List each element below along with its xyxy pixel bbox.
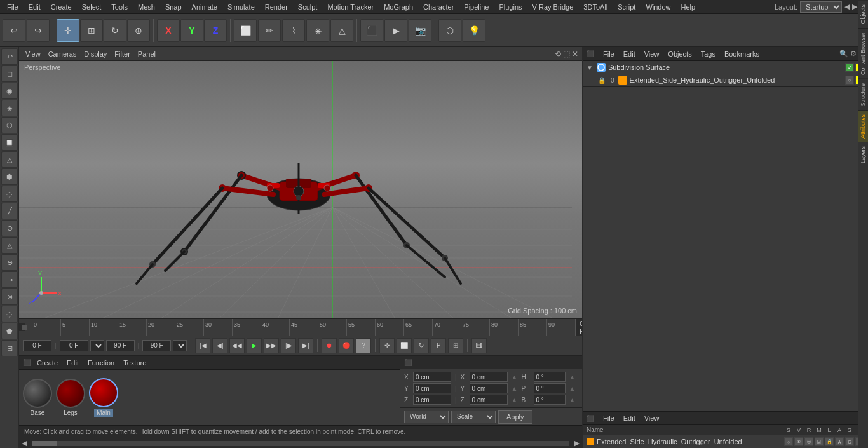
sidebar-btn-16[interactable]: ◌ xyxy=(1,306,18,322)
rotate-tool-button[interactable]: ↻ xyxy=(104,19,126,42)
menu-pipeline[interactable]: Pipeline xyxy=(459,2,493,12)
undo-button[interactable]: ↩ xyxy=(3,19,25,42)
spline-button[interactable]: ⌇ xyxy=(282,19,305,42)
viewport-panel-menu[interactable]: Panel xyxy=(135,49,158,59)
menu-simulate[interactable]: Simulate xyxy=(223,2,259,12)
rotate-tool-t-button[interactable]: ↻ xyxy=(414,338,429,353)
record-button[interactable]: ⏺ xyxy=(322,338,337,353)
sidebar-btn-18[interactable]: ⊞ xyxy=(1,340,18,356)
help-button[interactable]: ? xyxy=(356,338,371,353)
timeline-scrollbar[interactable] xyxy=(32,441,569,446)
axis-y-button[interactable]: Y xyxy=(180,19,203,42)
sidebar-btn-14[interactable]: ⊸ xyxy=(1,271,18,288)
menu-select[interactable]: Select xyxy=(78,2,106,12)
sidebar-btn-7[interactable]: △ xyxy=(1,151,18,168)
sidebar-btn-4[interactable]: ◈ xyxy=(1,100,18,116)
go-to-end-button[interactable]: ▶| xyxy=(298,338,313,353)
menu-create[interactable]: Create xyxy=(46,2,76,12)
axis-x-button[interactable]: X xyxy=(157,19,180,42)
material-base[interactable]: Base xyxy=(23,379,52,416)
menu-render[interactable]: Render xyxy=(261,2,292,12)
menu-tools[interactable]: Tools xyxy=(107,2,132,12)
scale-tool-t-button[interactable]: ⬜ xyxy=(397,338,412,353)
material-legs[interactable]: Legs xyxy=(56,379,85,416)
viewport-filter-menu[interactable]: Filter xyxy=(112,49,132,59)
material-texture-menu[interactable]: Texture xyxy=(121,358,149,368)
viewport-close-icon[interactable]: ✕ xyxy=(572,50,578,58)
sidebar-btn-5[interactable]: ⬡ xyxy=(1,117,18,133)
menu-script[interactable]: Script xyxy=(613,2,640,12)
sidebar-btn-9[interactable]: ◌ xyxy=(1,186,18,202)
material-function-menu[interactable]: Function xyxy=(85,358,117,368)
scroll-right-btn[interactable]: ▶ xyxy=(572,439,582,447)
cube-button[interactable]: ⬜ xyxy=(234,19,257,42)
layer-row-1[interactable]: Extended_Side_Hydraulic_Outrigger_Unfold… xyxy=(583,435,868,448)
obj-file-menu[interactable]: File xyxy=(600,49,617,59)
sidebar-btn-13[interactable]: ⊕ xyxy=(1,254,18,271)
obj-objects-menu[interactable]: Objects xyxy=(665,49,694,59)
timeline-scroll[interactable]: ◀ ▶ xyxy=(19,438,582,448)
menu-window[interactable]: Window xyxy=(641,2,675,12)
viewport-maximize-icon[interactable]: ⬚ xyxy=(563,50,570,58)
layer-anim-btn[interactable]: A xyxy=(835,437,844,446)
obj-expand-arrow[interactable]: ▼ xyxy=(587,64,593,71)
menu-mograph[interactable]: MoGraph xyxy=(379,2,417,12)
viewport-display-menu[interactable]: Display xyxy=(81,49,109,59)
material-edit-menu[interactable]: Edit xyxy=(64,358,81,368)
menu-plugins[interactable]: Plugins xyxy=(494,2,526,12)
viewport-cameras-menu[interactable]: Cameras xyxy=(46,49,79,59)
menu-edit[interactable]: Edit xyxy=(24,2,45,12)
subdiv-checkmark-btn[interactable]: ✓ xyxy=(845,63,854,72)
layer-gen-btn[interactable]: G xyxy=(845,437,854,446)
obj-bookmarks-menu[interactable]: Bookmarks xyxy=(722,49,762,59)
frame-up-down[interactable] xyxy=(90,340,104,351)
menu-file[interactable]: File xyxy=(3,2,23,12)
scroll-left-btn[interactable]: ◀ xyxy=(19,439,29,447)
x2-input[interactable] xyxy=(470,372,508,382)
menu-animate[interactable]: Animate xyxy=(187,2,222,12)
sidebar-btn-17[interactable]: ⬟ xyxy=(1,323,18,339)
b-input[interactable] xyxy=(534,395,566,405)
deform-button[interactable]: ◈ xyxy=(306,19,329,42)
obj-settings-icon[interactable]: ⚙ xyxy=(850,50,857,58)
auto-key-button[interactable]: 🔴 xyxy=(339,338,354,353)
prev-frame-button[interactable]: ◀| xyxy=(212,338,227,353)
sidebar-btn-12[interactable]: ◬ xyxy=(1,237,18,254)
sidebar-btn-2[interactable]: ◻ xyxy=(1,65,18,82)
layer-lock-btn[interactable]: 🔒 xyxy=(825,437,834,446)
render-region-button[interactable]: ⬛ xyxy=(360,19,383,42)
viewport-3d[interactable]: Perspective Grid Spacing : 100 cm X Y Z xyxy=(19,61,582,318)
axis-z-button[interactable]: Z xyxy=(204,19,227,42)
material-main[interactable]: Main xyxy=(89,378,118,417)
frame-end-up-down[interactable] xyxy=(173,340,187,351)
move-tool-button[interactable]: ✛ xyxy=(57,19,79,42)
obj-search-icon[interactable]: 🔍 xyxy=(839,50,848,58)
terrain-button[interactable]: △ xyxy=(330,19,353,42)
obj-item-subdiv[interactable]: ▼ Subdivision Surface ✓ □ xyxy=(583,61,868,74)
sidebar-btn-11[interactable]: ⊙ xyxy=(1,220,18,236)
transform-button[interactable]: ⊕ xyxy=(127,19,150,42)
sidebar-btn-15[interactable]: ⊚ xyxy=(1,288,18,305)
layout-arrow-right[interactable]: ▶ xyxy=(852,3,857,11)
menu-vray[interactable]: V-Ray Bridge xyxy=(528,2,578,12)
menu-motion-tracker[interactable]: Motion Tracker xyxy=(323,2,378,12)
obj-edit-menu[interactable]: Edit xyxy=(621,49,638,59)
timeline-current-frame[interactable]: 0 F xyxy=(575,318,582,336)
film-button[interactable]: 🎞 xyxy=(471,338,487,353)
grid-button[interactable]: ⊞ xyxy=(448,338,463,353)
menu-help[interactable]: Help xyxy=(677,2,700,12)
play-button[interactable]: ▶ xyxy=(247,338,262,353)
layer-render-btn[interactable]: ◎ xyxy=(804,437,813,446)
timeline-ruler[interactable]: 0 5 10 15 20 25 30 35 40 45 50 55 60 65 … xyxy=(19,318,582,336)
h-input[interactable] xyxy=(534,372,566,382)
go-to-start-button[interactable]: |◀ xyxy=(195,338,210,353)
tab-structure[interactable]: Structure xyxy=(858,79,868,111)
world-dropdown[interactable]: World xyxy=(404,411,449,423)
layer-vis-btn[interactable]: 👁 xyxy=(794,437,803,446)
perspective-button[interactable]: ⬡ xyxy=(438,19,461,42)
x-input[interactable] xyxy=(413,372,451,382)
p-input[interactable] xyxy=(534,383,566,393)
layout-arrow-left[interactable]: ◀ xyxy=(844,3,850,11)
y2-input[interactable] xyxy=(470,383,508,393)
param-button[interactable]: P xyxy=(431,338,446,353)
